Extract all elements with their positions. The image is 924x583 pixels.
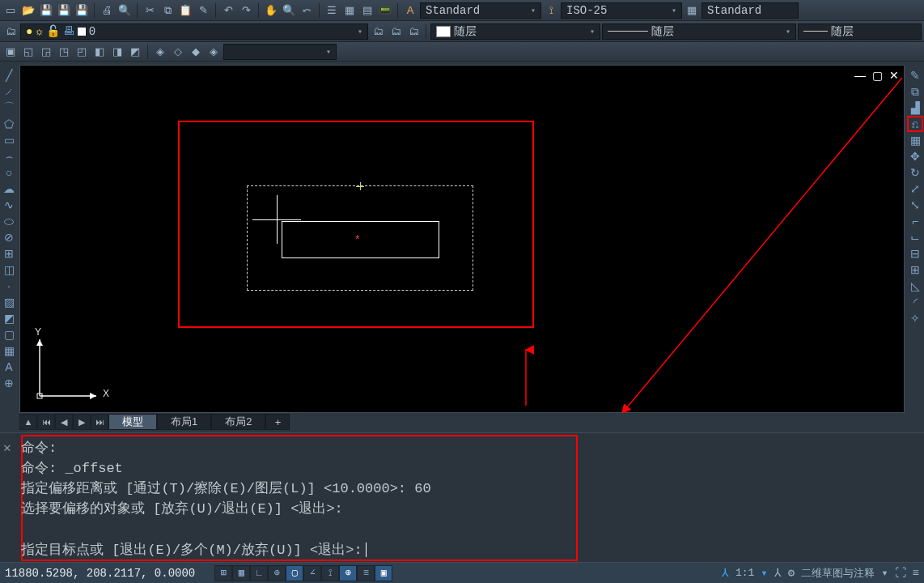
view-top-icon[interactable]: ▣ [2, 44, 19, 60]
visual-style-dropdown[interactable]: ▾ [223, 44, 337, 60]
tab-expand-icon[interactable]: ▲ [19, 414, 37, 430]
lock-ui-icon[interactable]: ⛶ [895, 567, 906, 580]
undo-icon[interactable]: ↶ [220, 2, 236, 19]
calc-icon[interactable]: 📟 [377, 2, 393, 19]
saveall-icon[interactable]: 💾 [56, 2, 72, 19]
model-toggle[interactable]: ▣ [375, 565, 392, 581]
grid-toggle[interactable]: ▦ [232, 565, 250, 581]
paste-icon[interactable]: 📋 [177, 2, 193, 19]
design-center-icon[interactable]: ▦ [341, 2, 358, 19]
save-icon[interactable]: 💾 [38, 2, 54, 19]
annoauto-icon[interactable]: ⚙ [788, 566, 795, 580]
close-icon[interactable]: ✕ [889, 69, 899, 82]
copy-icon[interactable]: ⧉ [159, 2, 176, 19]
move-icon[interactable]: ✥ [908, 149, 922, 164]
revcloud-icon[interactable]: ☁ [2, 181, 16, 196]
ortho-toggle[interactable]: ∟ [250, 565, 268, 581]
annoscale-icon[interactable]: ⅄ [722, 566, 729, 580]
tab-model[interactable]: 模型 [108, 414, 157, 430]
tool-palette-icon[interactable]: ▤ [359, 2, 375, 19]
new-icon[interactable]: ▭ [2, 2, 19, 19]
break-icon[interactable]: ⊟ [908, 246, 922, 261]
xline-icon[interactable]: ⟋ [2, 84, 16, 99]
otrack-toggle[interactable]: ∠ [303, 565, 321, 581]
tab-last-icon[interactable]: ⏭ [91, 414, 108, 430]
command-input[interactable]: 指定目标点或 [退出(E)/多个(M)/放弃(U)] <退出>: [21, 540, 916, 559]
layer-dropdown[interactable]: ● ☼ 🔓 🖶 0 ▾ [20, 23, 368, 40]
scale-icon[interactable]: ⤢ [908, 181, 922, 196]
textstyle-dropdown[interactable]: Standard ▾ [420, 2, 541, 19]
stretch-icon[interactable]: ⤡ [908, 198, 922, 212]
tab-layout1[interactable]: 布局1 [157, 414, 211, 430]
saveas-icon[interactable]: 💾 [74, 2, 90, 19]
match-icon[interactable]: ✎ [195, 2, 211, 19]
redo-icon[interactable]: ↷ [238, 2, 254, 19]
workspace-menu-icon[interactable]: ▾ [881, 566, 888, 580]
table-icon[interactable]: ▦ [2, 343, 16, 358]
layer-match-icon[interactable]: 🗂 [405, 23, 422, 40]
addsel-icon[interactable]: ⊕ [2, 376, 16, 390]
osnap-toggle[interactable]: ▢ [286, 565, 303, 581]
snap-toggle[interactable]: ⊞ [214, 565, 232, 581]
workspace-label[interactable]: 二维草图与注释 [801, 566, 875, 581]
hatch-icon[interactable]: ▨ [2, 295, 16, 309]
view-ne-icon[interactable]: ◳ [56, 44, 72, 60]
annoscale-menu-icon[interactable]: ▾ [761, 566, 767, 580]
trim-icon[interactable]: ⌐ [908, 214, 922, 228]
chamfer-icon[interactable]: ◺ [908, 279, 922, 293]
extend-icon[interactable]: ⌙ [908, 230, 922, 245]
insert-icon[interactable]: ⊞ [2, 246, 16, 261]
view-sw-icon[interactable]: ◱ [20, 44, 36, 60]
tab-first-icon[interactable]: ⏮ [37, 414, 55, 430]
tablestyle-icon[interactable]: ▦ [684, 2, 700, 19]
array-icon[interactable]: ▦ [908, 133, 922, 147]
join-icon[interactable]: ⊞ [908, 262, 922, 277]
view-nw-icon[interactable]: ◰ [74, 44, 90, 60]
ellipsearc-icon[interactable]: ⊘ [2, 230, 16, 245]
layer-iso-icon[interactable]: 🗂 [388, 23, 404, 40]
arc-icon[interactable]: ⌢ [2, 149, 16, 164]
mirror-icon[interactable]: ▟ [908, 100, 922, 115]
view-left-icon[interactable]: ◧ [91, 44, 108, 60]
rotate-icon[interactable]: ↻ [908, 165, 922, 180]
solid-cone-icon[interactable]: ◆ [188, 44, 204, 60]
fillet-icon[interactable]: ◜ [908, 295, 922, 309]
open-icon[interactable]: 📂 [20, 2, 36, 19]
view-right-icon[interactable]: ◨ [109, 44, 125, 60]
zoom-icon[interactable]: 🔍 [281, 2, 297, 19]
tab-prev-icon[interactable]: ◀ [55, 414, 73, 430]
dimstyle-dropdown[interactable]: ISO-25 ▾ [561, 2, 682, 19]
cut-icon[interactable]: ✂ [142, 2, 158, 19]
tab-next-icon[interactable]: ▶ [73, 414, 91, 430]
region-icon[interactable]: ▢ [2, 327, 16, 342]
mtext-icon[interactable]: A [2, 360, 16, 374]
textstyle-icon[interactable]: A [402, 2, 418, 19]
lwt-toggle[interactable]: ≡ [357, 565, 375, 581]
ellipse-icon[interactable]: ⬭ [2, 214, 16, 228]
circle-icon[interactable]: ○ [2, 165, 16, 180]
tab-add[interactable]: + [265, 414, 290, 430]
drawing-canvas[interactable]: — ▢ ✕ * [19, 65, 905, 413]
print-icon[interactable]: 🖨 [99, 2, 115, 19]
pline-icon[interactable]: ⌒ [2, 100, 16, 115]
tab-layout2[interactable]: 布局2 [211, 414, 265, 430]
ducs-toggle[interactable]: ⟟ [321, 565, 339, 581]
preview-icon[interactable]: 🔍 [117, 2, 133, 19]
solid-cylinder-icon[interactable]: ◈ [206, 44, 222, 60]
point-icon[interactable]: ∙ [2, 279, 16, 293]
dimstyle-icon[interactable]: ⟟ [543, 2, 559, 19]
explode-icon[interactable]: ✧ [908, 311, 922, 326]
hardware-accel-icon[interactable]: ≡ [913, 567, 919, 580]
spline-icon[interactable]: ∿ [2, 198, 16, 212]
color-dropdown[interactable]: 随层 ▾ [430, 23, 600, 40]
linetype-dropdown[interactable]: 随层 ▾ [602, 23, 796, 40]
polygon-icon[interactable]: ⬠ [2, 117, 16, 131]
annovis-icon[interactable]: ⅄ [774, 566, 782, 580]
view-se-icon[interactable]: ◲ [38, 44, 54, 60]
layer-manager-icon[interactable]: 🗂 [2, 23, 19, 40]
maximize-icon[interactable]: ▢ [872, 69, 883, 82]
solid-sphere-icon[interactable]: ◇ [170, 44, 186, 60]
rectangle-icon[interactable]: ▭ [2, 133, 16, 147]
cmd-close-icon[interactable]: ✕ [3, 440, 11, 456]
copy-obj-icon[interactable]: ⧉ [908, 84, 922, 99]
